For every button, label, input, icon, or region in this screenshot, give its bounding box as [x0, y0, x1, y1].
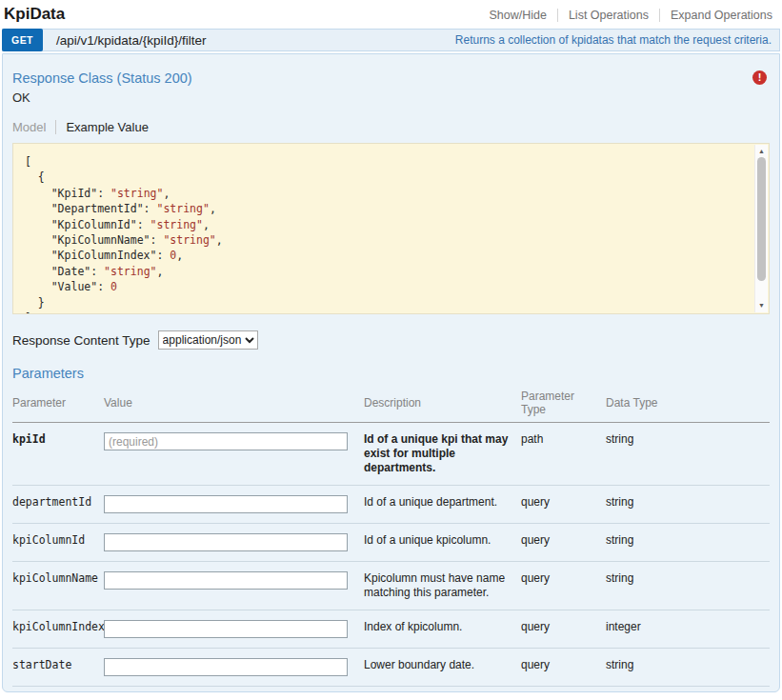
column-header-value: Value — [104, 387, 364, 423]
parameter-type: query — [521, 571, 550, 585]
scrollbar-thumb[interactable] — [757, 157, 766, 281]
show-hide-link[interactable]: Show/Hide — [478, 9, 556, 22]
column-header-data-type: Data Type — [606, 387, 770, 423]
parameter-type: path — [521, 432, 543, 446]
parameters-table-header-row: Parameter Value Description Parameter Ty… — [12, 387, 770, 423]
scrollbar-up-arrow-icon[interactable]: ▲ — [755, 146, 768, 157]
code-scrollbar[interactable]: ▲ ▼ — [754, 145, 768, 312]
parameter-type: query — [521, 658, 550, 671]
parameter-data-type: string — [606, 432, 633, 446]
endpoint-summary-link[interactable]: Returns a collection of kpidatas that ma… — [455, 33, 779, 47]
endpoint-path[interactable]: /api/v1/kpidata/{kpiId}/filter — [56, 33, 207, 48]
operation-content: ! Response Class (Status 200) OK Model E… — [2, 53, 780, 692]
parameter-name: startDate — [12, 658, 71, 671]
parameter-type: query — [521, 495, 550, 509]
parameter-value-input[interactable] — [104, 432, 348, 450]
parameter-type: query — [521, 620, 550, 633]
response-status-text: OK — [12, 90, 770, 105]
parameter-value-input[interactable] — [104, 658, 348, 676]
parameter-data-type: string — [606, 658, 633, 671]
parameter-value-input[interactable] — [104, 533, 348, 551]
parameter-description: Id of a unique department. — [364, 495, 497, 509]
parameter-value-input[interactable] — [104, 620, 348, 638]
example-json: [ { "KpiId": "string", "DepartmentId": "… — [13, 144, 769, 314]
table-row: startDate Lower boundary date. query str… — [12, 649, 770, 687]
table-row: kpiColumnId Id of a unique kpicolumn. qu… — [12, 524, 770, 562]
parameter-name: kpiId — [12, 432, 46, 446]
parameter-description: Index of kpicolumn. — [364, 620, 462, 633]
resource-header-links: Show/Hide List Operations Expand Operati… — [478, 9, 778, 22]
parameter-data-type: string — [606, 571, 633, 585]
table-row: kpiId Id of a unique kpi that may exist … — [12, 423, 770, 486]
column-header-parameter-type: Parameter Type — [521, 387, 606, 423]
parameter-data-type: integer — [606, 620, 641, 633]
parameters-heading: Parameters — [12, 350, 770, 381]
tab-model[interactable]: Model — [12, 120, 55, 134]
list-operations-link[interactable]: List Operations — [557, 9, 659, 22]
http-method-badge[interactable]: GET — [2, 29, 43, 51]
scrollbar-down-arrow-icon[interactable]: ▼ — [755, 300, 768, 311]
table-row: kpiColumnName Kpicolumn must have name m… — [12, 562, 770, 610]
parameter-description: Kpicolumn must have name matching this p… — [364, 571, 505, 599]
parameter-name: kpiColumnIndex — [12, 620, 105, 633]
table-row: kpiColumnIndex Index of kpicolumn. query… — [12, 610, 770, 649]
response-content-type-row: Response Content Type application/json — [12, 330, 770, 350]
parameters-table: Parameter Value Description Parameter Ty… — [12, 387, 770, 692]
parameter-description: Id of a unique kpi that may exist for mu… — [364, 432, 508, 474]
expand-operations-link[interactable]: Expand Operations — [659, 9, 778, 22]
tab-example-value[interactable]: Example Value — [56, 120, 148, 134]
parameter-name: kpiColumnName — [12, 571, 98, 585]
parameter-value-input[interactable] — [104, 495, 348, 513]
example-value-code-block: [ { "KpiId": "string", "DepartmentId": "… — [12, 143, 770, 314]
parameter-name: departmentId — [12, 495, 91, 509]
response-tabs: Model Example Value — [12, 119, 770, 135]
parameter-data-type: string — [606, 533, 633, 547]
table-row: endDate Upper boundary date. query strin… — [12, 687, 770, 693]
parameter-value-input[interactable] — [104, 571, 348, 590]
parameter-description: Lower boundary date. — [364, 658, 474, 671]
response-class-heading: Response Class (Status 200) — [12, 54, 770, 86]
table-row: departmentId Id of a unique department. … — [12, 486, 770, 524]
parameter-data-type: string — [606, 495, 633, 509]
column-header-parameter: Parameter — [12, 387, 104, 423]
endpoint-heading[interactable]: GET /api/v1/kpidata/{kpiId}/filter Retur… — [2, 29, 780, 51]
response-content-type-label: Response Content Type — [12, 333, 150, 348]
page-title[interactable]: KpiData — [4, 5, 65, 24]
parameter-name: kpiColumnId — [12, 533, 85, 547]
parameter-type: query — [521, 533, 550, 547]
error-indicator-icon: ! — [752, 70, 767, 85]
response-content-type-select[interactable]: application/json — [158, 330, 258, 350]
parameter-description: Id of a unique kpicolumn. — [364, 533, 491, 547]
column-header-description: Description — [364, 387, 521, 423]
resource-header: KpiData Show/Hide List Operations Expand… — [0, 0, 782, 25]
